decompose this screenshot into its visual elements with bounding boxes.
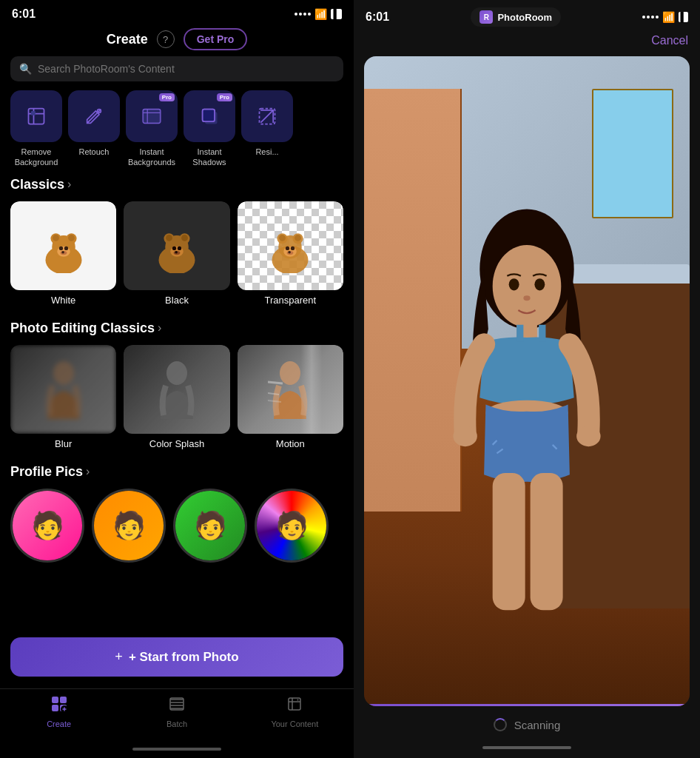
resize-icon bbox=[257, 106, 277, 127]
classic-white-card[interactable]: White bbox=[10, 201, 116, 306]
profile-pics-arrow-icon[interactable]: › bbox=[86, 465, 90, 478]
svg-line-45 bbox=[268, 382, 283, 383]
get-pro-button[interactable]: Get Pro bbox=[184, 28, 248, 50]
right-signal-dot-1 bbox=[642, 16, 645, 19]
classics-cards-row: White bbox=[10, 201, 343, 306]
tool-label-remove-bg: RemoveBackground bbox=[15, 147, 58, 168]
signal-dot-2 bbox=[299, 13, 302, 16]
tool-icon-instant-bg[interactable]: Pro bbox=[126, 90, 178, 142]
tool-icon-resize[interactable] bbox=[241, 90, 293, 142]
right-header: Cancel bbox=[354, 31, 700, 56]
tool-label-instant-bg: InstantBackgrounds bbox=[128, 147, 175, 168]
remove-bg-icon bbox=[26, 106, 47, 127]
tool-remove-background[interactable]: RemoveBackground bbox=[10, 90, 62, 168]
svg-point-42 bbox=[53, 361, 74, 385]
cancel-button[interactable]: Cancel bbox=[651, 34, 688, 47]
battery-icon: ▌ bbox=[331, 9, 342, 19]
plus-icon: + bbox=[115, 649, 123, 665]
bear-black-illustration bbox=[151, 218, 203, 273]
tool-label-resize: Resi... bbox=[255, 147, 278, 157]
svg-point-68 bbox=[576, 426, 600, 446]
signal-dot-4 bbox=[308, 13, 311, 16]
svg-point-60 bbox=[523, 295, 530, 301]
svg-point-58 bbox=[509, 278, 519, 290]
search-bar[interactable]: 🔍 bbox=[10, 56, 343, 81]
motion-silhouette bbox=[238, 345, 343, 434]
color-splash-card[interactable]: Color Splash bbox=[124, 345, 229, 449]
motion-card[interactable]: Motion bbox=[238, 345, 343, 449]
left-status-bar: 6:01 📶 ▌ bbox=[0, 0, 354, 25]
your-content-tab-icon bbox=[286, 695, 303, 717]
svg-rect-50 bbox=[52, 705, 58, 711]
profile-person-3-icon: 🧑 bbox=[194, 510, 227, 541]
svg-point-30 bbox=[175, 251, 178, 254]
help-button[interactable]: ? bbox=[157, 30, 175, 48]
profile-pic-1[interactable]: 🧑 bbox=[10, 489, 84, 563]
profile-pic-1-preview: 🧑 bbox=[13, 491, 82, 560]
svg-rect-54 bbox=[289, 698, 300, 710]
svg-point-41 bbox=[289, 251, 292, 254]
tool-icon-remove-bg[interactable] bbox=[10, 90, 62, 142]
blur-card[interactable]: Blur bbox=[10, 345, 116, 449]
classic-transparent-card[interactable]: Transparent bbox=[238, 201, 343, 306]
profile-pics-section-header: Profile Pics › bbox=[10, 464, 343, 480]
svg-rect-1 bbox=[31, 111, 36, 115]
tool-resize[interactable]: Resi... bbox=[241, 90, 293, 168]
right-battery-icon: ▌ bbox=[679, 12, 688, 22]
classic-black-card[interactable]: Black bbox=[124, 201, 229, 306]
motion-card-label: Motion bbox=[238, 438, 343, 449]
search-input[interactable] bbox=[38, 63, 334, 75]
classics-title: Classics bbox=[10, 177, 64, 192]
tab-create[interactable]: Create bbox=[0, 695, 118, 728]
start-from-photo-button[interactable]: + + Start from Photo bbox=[10, 637, 343, 677]
right-signal-dot-4 bbox=[656, 16, 659, 19]
white-bg-preview bbox=[10, 201, 116, 290]
svg-point-38 bbox=[286, 246, 289, 250]
svg-point-36 bbox=[295, 235, 301, 241]
retouch-icon bbox=[84, 106, 104, 127]
white-card-label: White bbox=[10, 295, 116, 306]
svg-line-46 bbox=[268, 393, 279, 395]
scroll-content: Classics › bbox=[0, 177, 354, 631]
svg-rect-48 bbox=[52, 697, 58, 703]
scan-progress-bar bbox=[364, 704, 690, 706]
pro-badge-instant-shadows: Pro bbox=[217, 93, 232, 101]
svg-point-17 bbox=[64, 246, 68, 250]
right-panel: 6:01 R PhotoRoom 📶 ▌ Cancel bbox=[354, 0, 700, 758]
tab-batch[interactable]: Batch bbox=[118, 695, 235, 728]
tab-your-content[interactable]: Your Content bbox=[236, 695, 354, 728]
photoroom-logo: R PhotoRoom bbox=[471, 7, 561, 27]
svg-line-47 bbox=[268, 400, 281, 402]
svg-point-14 bbox=[68, 235, 75, 241]
svg-point-16 bbox=[59, 246, 63, 250]
profile-pic-4[interactable]: 🧑 bbox=[255, 489, 329, 563]
bear-white-illustration bbox=[38, 218, 90, 273]
search-icon: 🔍 bbox=[19, 63, 32, 75]
tab-your-content-label: Your Content bbox=[271, 720, 318, 728]
classics-arrow-icon[interactable]: › bbox=[67, 178, 71, 191]
tool-retouch[interactable]: Retouch bbox=[68, 90, 120, 168]
start-from-photo-label: + Start from Photo bbox=[129, 650, 239, 665]
profile-pic-3[interactable]: 🧑 bbox=[173, 489, 247, 563]
profile-person-1-icon: 🧑 bbox=[31, 510, 64, 541]
signal-dot-1 bbox=[295, 13, 297, 16]
photo-editing-arrow-icon[interactable]: › bbox=[158, 321, 161, 335]
tool-label-instant-shadows: InstantShadows bbox=[192, 147, 226, 168]
tool-instant-shadows[interactable]: Pro InstantShadows bbox=[184, 90, 235, 168]
tool-instant-backgrounds[interactable]: Pro InstantBackgrounds bbox=[126, 90, 178, 168]
svg-point-43 bbox=[166, 361, 187, 385]
tool-label-retouch: Retouch bbox=[79, 147, 110, 157]
create-tab-icon bbox=[50, 695, 68, 717]
scanning-text: Scanning bbox=[514, 719, 561, 731]
profile-pic-4-preview: 🧑 bbox=[257, 491, 326, 560]
tool-icon-retouch[interactable] bbox=[68, 90, 120, 142]
right-signal-dot-3 bbox=[651, 16, 654, 19]
left-panel: 6:01 📶 ▌ Create ? Get Pro 🔍 bbox=[0, 0, 354, 758]
scanning-section: Scanning bbox=[354, 706, 700, 743]
blur-preview bbox=[10, 345, 116, 434]
tool-icon-instant-shadows[interactable]: Pro bbox=[184, 90, 235, 142]
right-home-bar bbox=[482, 746, 571, 749]
svg-point-13 bbox=[53, 235, 59, 241]
svg-point-35 bbox=[279, 235, 286, 241]
profile-pic-2[interactable]: 🧑 bbox=[92, 489, 166, 563]
